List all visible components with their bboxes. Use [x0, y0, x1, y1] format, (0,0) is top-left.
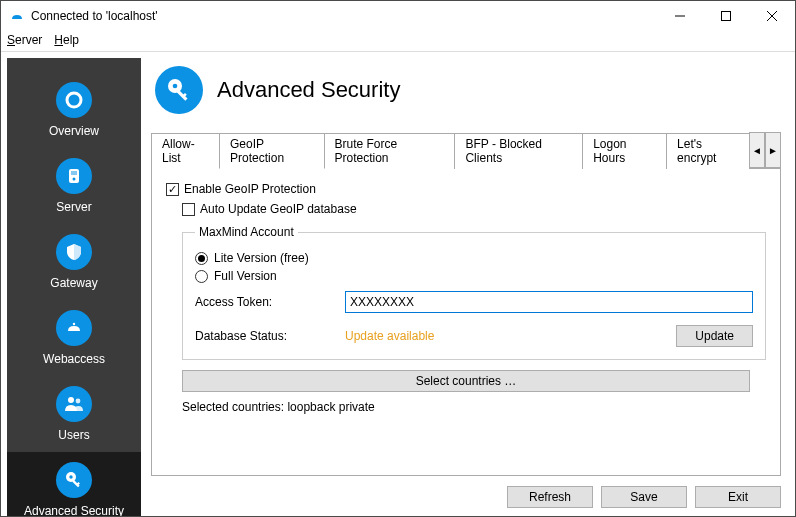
users-icon [56, 386, 92, 422]
close-button[interactable] [749, 1, 795, 31]
select-countries-row: Select countries … [182, 370, 750, 392]
sidebar-item-users[interactable]: Users [7, 376, 141, 452]
database-status-label: Database Status: [195, 329, 345, 343]
tab-scroll: ◄ ► [749, 132, 781, 168]
sidebar-item-server[interactable]: Server [7, 148, 141, 224]
tab-allow-list[interactable]: Allow-List [151, 133, 220, 169]
svg-point-7 [73, 178, 76, 181]
access-token-label: Access Token: [195, 295, 345, 309]
body: Overview Server Gateway Webaccess Users … [1, 51, 795, 516]
sidebar-item-label: Users [58, 428, 89, 442]
svg-point-10 [73, 323, 75, 325]
checkbox-checked-icon: ✓ [166, 183, 179, 196]
update-button[interactable]: Update [676, 325, 753, 347]
select-countries-button[interactable]: Select countries … [182, 370, 750, 392]
sidebar: Overview Server Gateway Webaccess Users … [7, 58, 141, 510]
tab-logon-hours[interactable]: Logon Hours [582, 133, 667, 169]
tab-scroll-left[interactable]: ◄ [749, 132, 765, 168]
enable-geoip-checkbox[interactable]: ✓ Enable GeoIP Protection [166, 182, 766, 196]
sidebar-item-label: Gateway [50, 276, 97, 290]
key-icon [56, 462, 92, 498]
maximize-button[interactable] [703, 1, 749, 31]
svg-point-12 [76, 399, 81, 404]
overview-icon [56, 82, 92, 118]
svg-point-0 [16, 11, 18, 13]
sidebar-item-overview[interactable]: Overview [7, 72, 141, 148]
radio-selected-icon [195, 252, 208, 265]
sidebar-item-label: Server [56, 200, 91, 214]
app-icon [9, 8, 25, 24]
checkbox-unchecked-icon [182, 203, 195, 216]
tab-lets-encrypt[interactable]: Let's encrypt [666, 133, 750, 169]
access-token-input[interactable] [345, 291, 753, 313]
tab-geoip-protection[interactable]: GeoIP Protection [219, 133, 324, 169]
checkbox-label: Auto Update GeoIP database [200, 202, 357, 216]
sidebar-item-webaccess[interactable]: Webaccess [7, 300, 141, 376]
exit-button[interactable]: Exit [695, 486, 781, 508]
window-controls [657, 1, 795, 31]
menu-server[interactable]: Server [7, 33, 42, 47]
svg-point-11 [68, 397, 74, 403]
page-title: Advanced Security [217, 77, 400, 103]
app-window: Connected to 'localhost' Server Help Ove… [0, 0, 796, 517]
menubar: Server Help [1, 31, 795, 51]
page-header: Advanced Security [151, 66, 781, 114]
svg-point-5 [67, 93, 81, 107]
refresh-button[interactable]: Refresh [507, 486, 593, 508]
svg-point-18 [173, 84, 178, 89]
svg-rect-2 [722, 12, 731, 21]
key-icon [155, 66, 203, 114]
minimize-button[interactable] [657, 1, 703, 31]
server-icon [56, 158, 92, 194]
tabs: Allow-List GeoIP Protection Brute Force … [151, 132, 749, 168]
database-status-value: Update available [345, 329, 434, 343]
save-button[interactable]: Save [601, 486, 687, 508]
sidebar-item-gateway[interactable]: Gateway [7, 224, 141, 300]
webaccess-icon [56, 310, 92, 346]
tab-brute-force[interactable]: Brute Force Protection [324, 133, 456, 169]
svg-point-14 [69, 475, 72, 478]
titlebar: Connected to 'localhost' [1, 1, 795, 31]
database-status-row: Database Status: Update available Update [195, 325, 753, 347]
tabs-row: Allow-List GeoIP Protection Brute Force … [151, 132, 781, 168]
lite-version-radio[interactable]: Lite Version (free) [195, 251, 753, 265]
full-version-radio[interactable]: Full Version [195, 269, 753, 283]
menu-help[interactable]: Help [54, 33, 79, 47]
radio-label: Full Version [214, 269, 277, 283]
checkbox-label: Enable GeoIP Protection [184, 182, 316, 196]
tab-bfp-blocked[interactable]: BFP - Blocked Clients [454, 133, 583, 169]
main-panel: Advanced Security Allow-List GeoIP Prote… [141, 52, 795, 516]
radio-unselected-icon [195, 270, 208, 283]
auto-update-checkbox[interactable]: Auto Update GeoIP database [182, 202, 766, 216]
maxmind-group: MaxMind Account Lite Version (free) Full… [182, 225, 766, 360]
sidebar-item-label: Webaccess [43, 352, 105, 366]
gateway-icon [56, 234, 92, 270]
sidebar-item-advanced-security[interactable]: Advanced Security [7, 452, 141, 516]
radio-label: Lite Version (free) [214, 251, 309, 265]
group-title: MaxMind Account [195, 225, 298, 239]
selected-countries-text: Selected countries: loopback private [182, 400, 766, 414]
footer-buttons: Refresh Save Exit [151, 476, 781, 508]
tab-panel-geoip: ✓ Enable GeoIP Protection Auto Update Ge… [151, 168, 781, 476]
window-title: Connected to 'localhost' [31, 9, 158, 23]
svg-rect-6 [69, 169, 79, 183]
sidebar-item-label: Advanced Security [24, 504, 124, 516]
sidebar-item-label: Overview [49, 124, 99, 138]
access-token-row: Access Token: [195, 291, 753, 313]
tab-scroll-right[interactable]: ► [765, 132, 781, 168]
